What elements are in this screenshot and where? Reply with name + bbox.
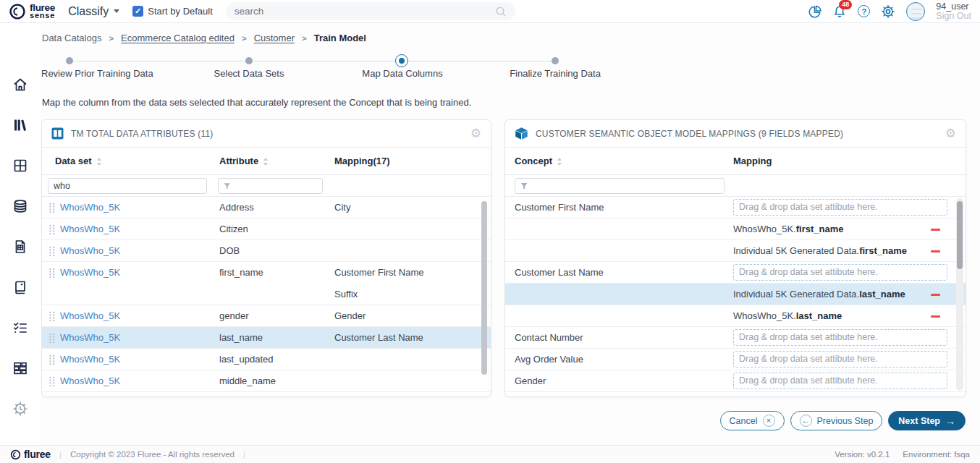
sidebar-item-library[interactable]	[11, 116, 30, 135]
column-header-mapping: Mapping(17)	[334, 148, 390, 175]
help-icon[interactable]: ?	[858, 5, 870, 17]
mapping-row[interactable]: WhosWho_5K.last_name	[505, 305, 966, 327]
breadcrumb-data-catalogs[interactable]: Data Catalogs	[42, 33, 101, 43]
dataset-link[interactable]: WhosWho_5K	[60, 197, 120, 218]
mapping-dropzone[interactable]: Drag & drop data set attibute here.	[733, 329, 947, 346]
sidebar-item-grid[interactable]	[11, 156, 30, 175]
attribute-filter[interactable]	[218, 178, 323, 194]
step-dot-2[interactable]	[245, 57, 253, 64]
column-header-concept[interactable]: Concept	[515, 148, 562, 175]
sidebar-item-database[interactable]	[11, 197, 30, 216]
sidebar-item-home[interactable]	[11, 75, 30, 94]
sidebar-item-book[interactable]	[11, 278, 30, 297]
drag-handle-icon[interactable]	[48, 333, 56, 344]
sign-out-link[interactable]: Sign Out	[936, 12, 971, 21]
mapping-row[interactable]: Customer Last NameDrag & drop data set a…	[505, 262, 966, 284]
concept-filter[interactable]	[515, 178, 725, 194]
previous-step-button[interactable]: ← Previous Step	[790, 411, 883, 430]
column-header-dataset[interactable]: Data set	[55, 148, 102, 175]
search-bar[interactable]	[226, 2, 515, 20]
start-by-default-checkbox[interactable]: ✓ Start by Default	[132, 6, 213, 17]
mapping-row[interactable]: GenderDrag & drop data set attibute here…	[505, 370, 966, 392]
fluree-sense-logo[interactable]: fluree sense	[9, 3, 55, 20]
dataset-link[interactable]: WhosWho_5K	[60, 305, 120, 327]
remove-mapping-button[interactable]	[931, 315, 940, 318]
column-header-attribute[interactable]: Attribute	[219, 148, 269, 175]
drag-handle-icon[interactable]	[48, 354, 56, 365]
attribute-row[interactable]: WhosWho_5Kmiddle_name	[42, 370, 491, 392]
drag-handle-icon[interactable]	[48, 376, 56, 387]
mapping-dropzone[interactable]: Drag & drop data set attibute here.	[733, 351, 947, 368]
scrollbar-thumb[interactable]	[481, 201, 487, 375]
attribute-row[interactable]: WhosWho_5Klast_updated	[42, 349, 491, 370]
breadcrumb-customer-link[interactable]: Customer	[254, 33, 295, 43]
dataset-link[interactable]: WhosWho_5K	[60, 240, 120, 262]
cancel-button[interactable]: Cancel ×	[720, 411, 785, 430]
dataset-link[interactable]: WhosWho_5K	[60, 327, 120, 349]
mappings-panel: CUSTOMER SEMANTIC OBJECT MODEL MAPPINGS …	[504, 119, 966, 397]
remove-mapping-button[interactable]	[931, 250, 940, 252]
attribute-row[interactable]: WhosWho_5Kfirst_nameCustomer First NameS…	[42, 262, 491, 305]
mapping-dropzone[interactable]: Drag & drop data set attibute here.	[733, 264, 947, 281]
avatar[interactable]	[906, 2, 925, 21]
attribute-row[interactable]: WhosWho_5Klast_nameCustomer Last Name	[42, 327, 491, 349]
train-model-stepper: Review Prior Training Data Select Data S…	[41, 56, 620, 79]
step-dot-1[interactable]	[66, 57, 73, 64]
mapping-row[interactable]: Individual 5K Generated Data.first_name	[505, 240, 966, 262]
dataset-filter[interactable]	[48, 178, 207, 194]
attribute-row[interactable]: WhosWho_5KDOB	[42, 240, 491, 262]
sidebar-item-data-file[interactable]	[11, 237, 30, 256]
mapping-row[interactable]: Individual 5K Generated Data.last_name	[505, 284, 966, 305]
drag-handle-icon[interactable]	[48, 224, 56, 235]
dataset-link[interactable]: WhosWho_5K	[60, 218, 120, 240]
attribute-label: last_name	[219, 327, 263, 349]
drag-handle-icon[interactable]	[48, 246, 56, 257]
gear-icon[interactable]	[881, 4, 895, 19]
step-dot-3-active[interactable]	[399, 58, 405, 64]
user-menu[interactable]: 94_user Sign Out	[936, 2, 971, 21]
concept-filter-input[interactable]	[532, 181, 719, 191]
attributes-table-body: WhosWho_5KAddressCityWhosWho_5KCitizenWh…	[42, 197, 491, 396]
drag-handle-icon[interactable]	[48, 268, 56, 279]
dataset-link[interactable]: WhosWho_5K	[60, 349, 120, 370]
attribute-row[interactable]: WhosWho_5KAddressCity	[42, 197, 491, 218]
mapping-row[interactable]: WhosWho_5K.first_name	[505, 218, 966, 240]
step-label-2: Select Data Sets	[214, 68, 284, 79]
step-dot-4[interactable]	[552, 57, 559, 64]
notifications-button[interactable]: 48	[832, 4, 847, 19]
drag-handle-icon[interactable]	[48, 311, 56, 322]
dataset-filter-input[interactable]	[54, 181, 201, 191]
attribute-label: Citizen	[219, 218, 248, 240]
scrollbar-thumb[interactable]	[957, 201, 963, 269]
columns-icon	[51, 127, 64, 140]
sidebar-item-settings-history[interactable]	[11, 399, 30, 418]
remove-mapping-button[interactable]	[931, 294, 940, 296]
classify-app-dropdown[interactable]: Classify	[68, 5, 119, 18]
pie-chart-icon[interactable]	[807, 4, 821, 19]
mapping-dropzone[interactable]: Drag & drop data set attibute here.	[733, 199, 947, 216]
attribute-row[interactable]: WhosWho_5KgenderGender	[42, 305, 491, 327]
mapping-dropzone[interactable]: Drag & drop data set attibute here.	[733, 373, 947, 389]
panel-settings-gear-icon[interactable]: ⚙	[945, 127, 956, 140]
drag-handle-icon[interactable]	[48, 203, 56, 213]
attribute-label: middle_name	[219, 370, 276, 392]
attribute-row[interactable]: WhosWho_5KCitizen	[42, 218, 491, 240]
mapping-value: WhosWho_5K.first_name	[733, 218, 843, 240]
dataset-link[interactable]: WhosWho_5K	[60, 262, 120, 284]
search-input[interactable]	[235, 6, 489, 17]
breadcrumb-catalog-link[interactable]: Ecommerce Catalog edited	[121, 33, 235, 43]
panel-settings-gear-icon[interactable]: ⚙	[470, 127, 481, 140]
next-step-button[interactable]: Next Step →	[888, 411, 966, 430]
mapping-row[interactable]: Contact NumberDrag & drop data set attib…	[505, 327, 966, 349]
mapping-row[interactable]: Avg Order ValueDrag & drop data set atti…	[505, 349, 966, 370]
sidebar-item-checklist[interactable]	[11, 318, 30, 337]
attributes-panel: TM TOTAL DATA ATTRIBUTES (11) ⚙ Data set…	[41, 119, 491, 397]
sort-icon	[263, 158, 269, 166]
dataset-link[interactable]: WhosWho_5K	[60, 370, 120, 392]
sidebar-item-bricks[interactable]	[11, 359, 30, 378]
mapping-row[interactable]: Customer First NameDrag & drop data set …	[505, 197, 966, 218]
cube-icon	[515, 127, 528, 140]
attribute-filter-input[interactable]	[235, 181, 317, 191]
scrollbar-track[interactable]	[956, 198, 963, 391]
remove-mapping-button[interactable]	[931, 229, 940, 231]
